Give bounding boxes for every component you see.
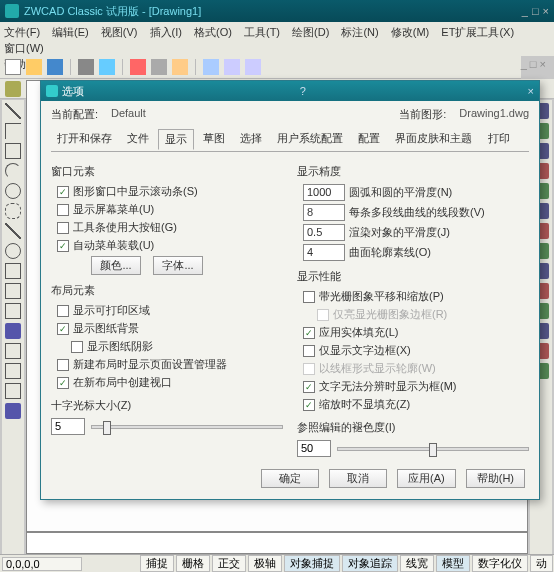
menu-edit[interactable]: 编辑(E) xyxy=(52,26,89,38)
close-button[interactable]: × xyxy=(543,5,549,17)
drawing-value: Drawing1.dwg xyxy=(459,107,529,122)
text-icon[interactable] xyxy=(5,323,21,339)
status-grid[interactable]: 栅格 xyxy=(176,555,210,572)
status-otrack[interactable]: 对象追踪 xyxy=(342,555,398,572)
menu-view[interactable]: 视图(V) xyxy=(101,26,138,38)
save-icon[interactable] xyxy=(47,59,63,75)
cancel-button[interactable]: 取消 xyxy=(329,469,387,488)
status-model[interactable]: 模型 xyxy=(436,555,470,572)
help-button[interactable]: 帮助(H) xyxy=(466,469,525,488)
color-button[interactable]: 颜色... xyxy=(91,256,141,275)
status-snap[interactable]: 捕捉 xyxy=(140,555,174,572)
solid-fill-checkbox[interactable] xyxy=(303,327,315,339)
rectangle-icon[interactable] xyxy=(5,143,21,159)
arcsmooth-input[interactable]: 1000 xyxy=(303,184,345,201)
scrollbar-checkbox[interactable] xyxy=(57,186,69,198)
render-input[interactable]: 0.5 xyxy=(303,224,345,241)
dialog-help-icon[interactable]: ? xyxy=(300,85,306,97)
largebtn-checkbox[interactable] xyxy=(57,222,69,234)
status-osnap[interactable]: 对象捕捉 xyxy=(284,555,340,572)
status-lweight[interactable]: 线宽 xyxy=(400,555,434,572)
undo-icon[interactable] xyxy=(224,59,240,75)
crosshair-slider[interactable] xyxy=(91,425,283,429)
fade-slider[interactable] xyxy=(337,447,529,451)
contour-input[interactable]: 4 xyxy=(303,244,345,261)
menu-modify[interactable]: 修改(M) xyxy=(391,26,430,38)
left-toolbar xyxy=(2,100,24,572)
tab-plot[interactable]: 打印 xyxy=(482,129,516,148)
tab-profiles[interactable]: 配置 xyxy=(352,129,386,148)
fade-input[interactable]: 50 xyxy=(297,440,331,457)
block-icon[interactable] xyxy=(5,263,21,279)
menu-format[interactable]: 格式(O) xyxy=(194,26,232,38)
paperbg-checkbox[interactable] xyxy=(57,323,69,335)
line-icon[interactable] xyxy=(5,103,21,119)
highlight-frame-label: 仅亮显光栅图象边框(R) xyxy=(333,307,447,322)
ok-button[interactable]: 确定 xyxy=(261,469,319,488)
text-frame-checkbox[interactable] xyxy=(303,345,315,357)
polyline-icon[interactable] xyxy=(5,123,21,139)
layer-icon[interactable] xyxy=(5,81,21,97)
pagesetup-checkbox[interactable] xyxy=(57,359,69,371)
open-icon[interactable] xyxy=(26,59,42,75)
crosshair-input[interactable]: 5 xyxy=(51,418,85,435)
match-icon[interactable] xyxy=(203,59,219,75)
microtext-checkbox[interactable] xyxy=(303,381,315,393)
region-icon[interactable] xyxy=(5,363,21,379)
paste-icon[interactable] xyxy=(172,59,188,75)
mtext-icon[interactable] xyxy=(5,403,21,419)
dialog-close-icon[interactable]: × xyxy=(528,85,534,97)
apply-button[interactable]: 应用(A) xyxy=(397,469,456,488)
printable-checkbox[interactable] xyxy=(57,305,69,317)
circle-icon[interactable] xyxy=(5,183,21,199)
automenu-checkbox[interactable] xyxy=(57,240,69,252)
menu-dimension[interactable]: 标注(N) xyxy=(341,26,378,38)
tab-display[interactable]: 显示 xyxy=(158,129,194,150)
status-tablet[interactable]: 数字化仪 xyxy=(472,555,528,572)
status-bar: 0,0,0,0 捕捉 栅格 正交 极轴 对象捕捉 对象追踪 线宽 模型 数字化仪… xyxy=(0,554,554,572)
preview-icon[interactable] xyxy=(99,59,115,75)
tab-theme[interactable]: 界面皮肤和主题 xyxy=(389,129,478,148)
options-dialog: 选项 ? × 当前配置: Default 当前图形: Drawing1.dwg … xyxy=(40,80,540,500)
command-line[interactable] xyxy=(26,532,528,554)
wipeout-icon[interactable] xyxy=(5,383,21,399)
status-dyn[interactable]: 动 xyxy=(530,555,553,572)
seg-input[interactable]: 8 xyxy=(303,204,345,221)
menu-window[interactable]: 窗口(W) xyxy=(4,42,44,54)
revcloud-icon[interactable] xyxy=(5,203,21,219)
dialog-title-bar[interactable]: 选项 ? × xyxy=(41,81,539,101)
menu-file[interactable]: 文件(F) xyxy=(4,26,40,38)
zoom-nofill-checkbox[interactable] xyxy=(303,399,315,411)
font-button[interactable]: 字体... xyxy=(153,256,203,275)
papershadow-checkbox[interactable] xyxy=(71,341,83,353)
viewport-checkbox[interactable] xyxy=(57,377,69,389)
new-icon[interactable] xyxy=(5,59,21,75)
cut-icon[interactable] xyxy=(130,59,146,75)
ellipse-icon[interactable] xyxy=(5,243,21,259)
menu-insert[interactable]: 插入(I) xyxy=(150,26,182,38)
screenmenu-checkbox[interactable] xyxy=(57,204,69,216)
hatch-icon[interactable] xyxy=(5,283,21,299)
tab-userpref[interactable]: 用户系统配置 xyxy=(271,129,349,148)
render-label: 渲染对象的平滑度(J) xyxy=(349,225,450,240)
menu-et[interactable]: ET扩展工具(X) xyxy=(441,26,514,38)
tab-files[interactable]: 文件 xyxy=(121,129,155,148)
arc-icon[interactable] xyxy=(5,163,21,179)
minimize-button[interactable]: _ xyxy=(522,5,528,17)
status-ortho[interactable]: 正交 xyxy=(212,555,246,572)
redo-icon[interactable] xyxy=(245,59,261,75)
spline-icon[interactable] xyxy=(5,223,21,239)
tab-opensave[interactable]: 打开和保存 xyxy=(51,129,118,148)
copy-icon[interactable] xyxy=(151,59,167,75)
tab-drafting[interactable]: 草图 xyxy=(197,129,231,148)
tab-selection[interactable]: 选择 xyxy=(234,129,268,148)
menu-tools[interactable]: 工具(T) xyxy=(244,26,280,38)
menu-draw[interactable]: 绘图(D) xyxy=(292,26,329,38)
print-icon[interactable] xyxy=(78,59,94,75)
pan-raster-checkbox[interactable] xyxy=(303,291,315,303)
maximize-button[interactable]: □ xyxy=(532,5,539,17)
status-polar[interactable]: 极轴 xyxy=(248,555,282,572)
table-icon[interactable] xyxy=(5,303,21,319)
point-icon[interactable] xyxy=(5,343,21,359)
doc-window-controls[interactable]: _ □ × xyxy=(521,56,546,72)
